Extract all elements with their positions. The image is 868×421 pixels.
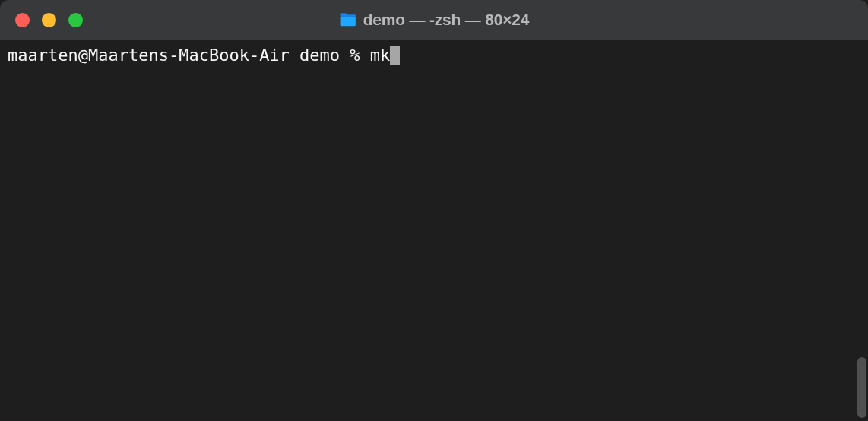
scrollbar-thumb[interactable]	[857, 357, 866, 418]
maximize-button[interactable]	[68, 13, 83, 27]
svg-rect-0	[341, 16, 356, 26]
close-button[interactable]	[15, 13, 30, 27]
window-title: demo — -zsh — 80×24	[363, 11, 530, 29]
window-titlebar[interactable]: demo — -zsh — 80×24	[0, 0, 868, 40]
traffic-lights	[15, 13, 83, 27]
window-title-group: demo — -zsh — 80×24	[339, 11, 530, 29]
terminal-cursor	[390, 46, 400, 65]
minimize-button[interactable]	[42, 13, 56, 27]
terminal-command: mk	[370, 46, 391, 65]
terminal-line[interactable]: maarten@Maartens-MacBook-Air demo % mk	[8, 46, 860, 65]
terminal-prompt: maarten@Maartens-MacBook-Air demo %	[8, 46, 370, 65]
terminal-body[interactable]: maarten@Maartens-MacBook-Air demo % mk	[0, 40, 868, 421]
folder-icon	[339, 12, 357, 27]
